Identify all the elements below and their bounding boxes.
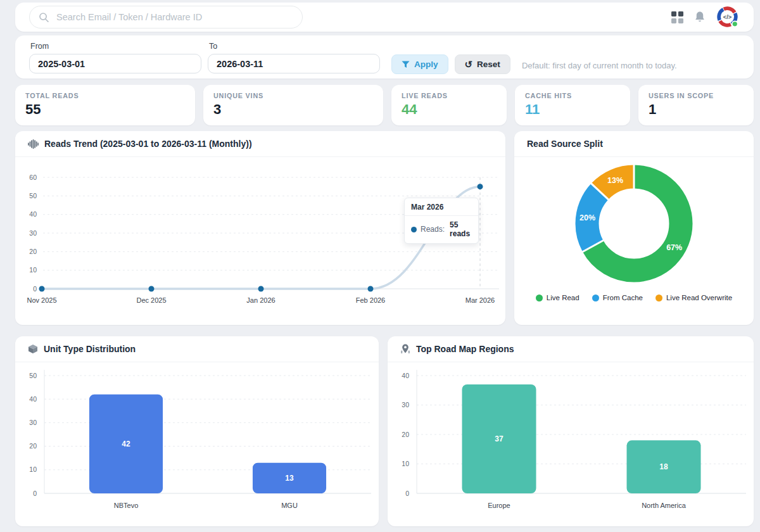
search-box[interactable]: [29, 6, 303, 28]
series-dot: [411, 227, 417, 232]
svg-text:10: 10: [29, 266, 37, 274]
svg-text:30: 30: [29, 419, 37, 426]
svg-text:0: 0: [33, 285, 37, 293]
map-pin-icon: [400, 344, 410, 354]
svg-text:20: 20: [402, 431, 409, 438]
waveform-icon: [28, 139, 39, 149]
svg-text:North America: North America: [642, 502, 687, 509]
read-source-donut-chart[interactable]: 67%20%13%: [514, 157, 754, 289]
svg-text:42: 42: [122, 440, 130, 448]
svg-text:0: 0: [405, 490, 409, 497]
read-source-split-card: Read Source Split 67%20%13% Live ReadFro…: [514, 131, 754, 325]
unit-type-bar-chart[interactable]: 0102030405042NBTevo13MGU: [15, 362, 379, 524]
svg-text:Mar 2026: Mar 2026: [466, 296, 495, 304]
svg-text:</>: </>: [723, 14, 732, 20]
apps-grid-icon[interactable]: [671, 11, 683, 23]
svg-text:37: 37: [495, 434, 504, 443]
from-label: From: [30, 42, 201, 51]
to-label: To: [209, 42, 380, 51]
package-icon: [28, 344, 38, 354]
stat-value: 44: [402, 101, 497, 118]
svg-text:50: 50: [29, 372, 37, 379]
stat-unique-vins: UNIQUE VINS 3: [203, 85, 383, 125]
svg-text:13%: 13%: [607, 176, 623, 185]
stat-total-reads: TOTAL READS 55: [15, 85, 195, 125]
svg-text:0: 0: [33, 490, 37, 497]
reads-trend-title: Reads Trend (2025-03-01 to 2026-03-11 (M…: [44, 139, 252, 149]
from-date-input[interactable]: [29, 54, 201, 73]
legend-item[interactable]: Live Read Overwrite: [656, 294, 732, 301]
unit-type-card: Unit Type Distribution 0102030405042NBTe…: [15, 336, 379, 526]
legend-item[interactable]: From Cache: [592, 294, 643, 301]
svg-text:MGU: MGU: [281, 502, 298, 509]
legend-item[interactable]: Live Read: [536, 294, 580, 301]
stat-value: 55: [25, 101, 185, 118]
stats-row: TOTAL READS 55 UNIQUE VINS 3 LIVE READS …: [15, 85, 754, 125]
svg-text:Nov 2025: Nov 2025: [27, 296, 56, 304]
stat-cache-hits: CACHE HITS 11: [515, 85, 630, 125]
svg-text:13: 13: [285, 474, 294, 483]
svg-text:20%: 20%: [580, 213, 595, 222]
svg-text:20: 20: [29, 442, 37, 450]
unit-type-title: Unit Type Distribution: [44, 344, 136, 354]
online-status-dot: [732, 21, 738, 27]
legend-dot: [656, 294, 662, 301]
stat-value: 3: [213, 101, 373, 118]
svg-text:40: 40: [29, 395, 37, 403]
road-map-regions-bar-chart[interactable]: 01020304037Europe18North America: [388, 362, 754, 524]
filter-funnel-icon: [402, 61, 410, 68]
notifications-bell-icon[interactable]: [694, 11, 706, 23]
to-date-input[interactable]: [208, 54, 380, 73]
chart-tooltip: Mar 2026 Reads: 55 reads: [404, 198, 479, 244]
read-source-split-title: Read Source Split: [527, 139, 603, 149]
svg-text:NBTevo: NBTevo: [114, 502, 139, 509]
donut-legend: Live ReadFrom CacheLive Read Overwrite: [514, 294, 754, 301]
svg-text:30: 30: [29, 229, 37, 237]
stat-users-in-scope: USERS IN SCOPE 1: [638, 85, 754, 125]
reset-button[interactable]: ↺ Reset: [455, 54, 510, 74]
svg-text:67%: 67%: [666, 243, 682, 252]
svg-text:Feb 2026: Feb 2026: [356, 296, 385, 304]
svg-text:Europe: Europe: [488, 502, 510, 509]
svg-text:50: 50: [29, 192, 37, 200]
road-map-regions-card: Top Road Map Regions 01020304037Europe18…: [388, 336, 754, 526]
header-actions: </>: [671, 6, 740, 29]
reads-trend-card: Reads Trend (2025-03-01 to 2026-03-11 (M…: [15, 131, 505, 325]
svg-text:10: 10: [402, 460, 409, 467]
svg-text:Jan 2026: Jan 2026: [246, 296, 275, 304]
svg-text:18: 18: [659, 462, 668, 471]
dashboard-page: </> From To Apply ↺ Reset: [0, 0, 760, 531]
svg-text:Dec 2025: Dec 2025: [136, 296, 166, 304]
legend-dot: [536, 294, 543, 301]
legend-dot: [592, 294, 599, 301]
stat-live-reads: LIVE READS 44: [391, 85, 507, 125]
stat-value: 1: [649, 101, 744, 118]
svg-text:20: 20: [29, 248, 37, 255]
road-map-regions-title: Top Road Map Regions: [416, 344, 514, 354]
svg-text:40: 40: [402, 372, 409, 379]
svg-text:30: 30: [402, 401, 409, 408]
svg-text:60: 60: [29, 174, 37, 181]
undo-icon: ↺: [465, 60, 473, 69]
search-input[interactable]: [55, 11, 293, 23]
stat-value: 11: [525, 101, 620, 118]
search-icon: [39, 12, 49, 23]
apply-button[interactable]: Apply: [391, 54, 448, 74]
svg-text:10: 10: [29, 466, 37, 473]
user-avatar[interactable]: </>: [716, 6, 740, 29]
svg-text:40: 40: [29, 210, 37, 218]
top-bar: </>: [15, 3, 754, 32]
filter-default-hint: Default: first day of current month to t…: [522, 61, 677, 79]
date-filter-bar: From To Apply ↺ Reset Default: first day…: [15, 35, 754, 79]
